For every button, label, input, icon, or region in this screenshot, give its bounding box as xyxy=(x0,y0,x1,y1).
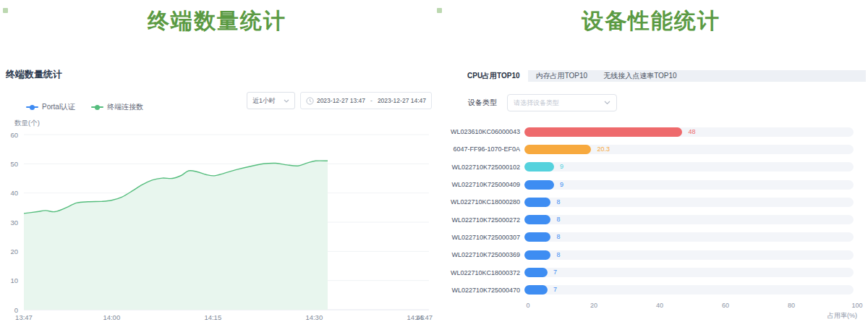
bar-row: WL022710K7250004707 xyxy=(434,282,868,299)
bar-value-label: 9 xyxy=(560,180,563,190)
bar-value-label: 48 xyxy=(688,127,695,137)
bar-track: 9 xyxy=(524,180,854,190)
date-range-separator: - xyxy=(370,97,373,104)
legend-marker-icon xyxy=(91,105,103,110)
bar-category-label: WL022710K725000369 xyxy=(434,251,524,258)
bar-fill[interactable] xyxy=(524,145,591,154)
chart-legend: Portal认证终端连接数 xyxy=(26,102,143,112)
clock-icon xyxy=(306,97,314,105)
bar-value-label: 8 xyxy=(556,198,560,207)
bar-fill[interactable] xyxy=(524,232,550,242)
bar-value-label: 9 xyxy=(560,162,563,172)
bar-fill[interactable] xyxy=(524,268,548,277)
date-range-end: 2023-12-27 14:47 xyxy=(378,97,426,104)
bar-category-label: 6047-FF96-1070-EF0A xyxy=(434,145,524,153)
bar-value-label: 7 xyxy=(553,268,557,277)
bar-fill[interactable] xyxy=(524,215,550,224)
svg-text:40: 40 xyxy=(10,189,18,197)
svg-text:30: 30 xyxy=(10,219,18,227)
bar-track: 7 xyxy=(524,268,854,277)
device-type-row: 设备类型 请选择设备类型 xyxy=(468,94,617,111)
bar-category-label: WL022710K725000409 xyxy=(434,181,524,188)
svg-text:60: 60 xyxy=(10,131,18,139)
device-type-placeholder: 请选择设备类型 xyxy=(514,98,559,108)
tab-1[interactable]: CPU占用TOP10 xyxy=(459,70,528,82)
svg-text:13:47: 13:47 xyxy=(15,313,33,321)
svg-text:14:15: 14:15 xyxy=(204,313,221,321)
legend-label: 终端连接数 xyxy=(107,102,143,112)
time-range-value: 近1小时 xyxy=(252,96,276,106)
time-range-select[interactable]: 近1小时 xyxy=(247,92,295,109)
bar-track: 8 xyxy=(524,250,854,260)
device-performance-title: 设备性能统计 xyxy=(434,7,868,36)
device-type-label: 设备类型 xyxy=(468,98,497,108)
device-performance-panel: 设备性能统计 CPU占用TOP10内存占用TOP10无线接入点速率TOP10 设… xyxy=(434,0,868,330)
bar-value-label: 8 xyxy=(556,215,560,224)
bar-category-label: WL022710K725000307 xyxy=(434,234,524,241)
legend-item[interactable]: 终端连接数 xyxy=(91,102,143,112)
bar-row: 6047-FF96-1070-EF0A20.3 xyxy=(434,140,868,158)
bar-row: WL022710KC180002808 xyxy=(434,193,868,211)
bar-track: 48 xyxy=(524,127,854,137)
svg-text:50: 50 xyxy=(10,160,18,168)
legend-label: Portal认证 xyxy=(42,102,75,112)
bar-category-label: WL022710K725000470 xyxy=(434,287,524,294)
bar-track: 8 xyxy=(524,215,854,224)
bar-row: WL022710KC180003727 xyxy=(434,263,868,281)
tab-bar: CPU占用TOP10内存占用TOP10无线接入点速率TOP10 xyxy=(459,70,866,82)
bar-rows: WL023610KC06000043486047-FF96-1070-EF0A2… xyxy=(434,123,868,299)
time-controls: 近1小时 2023-12-27 13:47 - 2023-12-27 14:47 xyxy=(247,92,432,109)
svg-text:20: 20 xyxy=(10,248,18,255)
svg-text:14:00: 14:00 xyxy=(103,313,120,321)
x-axis-tick: 60 xyxy=(722,302,729,309)
bar-category-label: WL022710K725000272 xyxy=(434,216,524,224)
bar-track: 8 xyxy=(524,232,854,242)
svg-text:10: 10 xyxy=(10,276,18,284)
bar-fill[interactable] xyxy=(524,285,548,295)
terminal-stats-title: 终端数量统计 xyxy=(0,7,434,36)
bar-x-axis: 020406080100 xyxy=(528,302,857,310)
bar-row: WL022710K7250001029 xyxy=(434,158,868,176)
tab-3[interactable]: 无线接入点速率TOP10 xyxy=(595,70,685,82)
bar-fill[interactable] xyxy=(524,162,554,172)
bar-value-label: 8 xyxy=(556,250,560,260)
svg-text:14:47: 14:47 xyxy=(415,313,433,321)
chevron-down-icon xyxy=(284,99,289,103)
device-type-select[interactable]: 请选择设备类型 xyxy=(507,94,617,111)
bar-fill[interactable] xyxy=(524,198,550,207)
bar-row: WL022710K7250003698 xyxy=(434,246,868,263)
x-axis-tick: 20 xyxy=(590,302,597,309)
svg-text:0: 0 xyxy=(14,306,18,314)
bar-category-label: WL022710K725000102 xyxy=(434,164,524,171)
x-axis-tick: 100 xyxy=(851,302,862,309)
x-axis-tick: 0 xyxy=(526,302,529,309)
svg-text:数量(个): 数量(个) xyxy=(14,119,40,127)
bar-fill[interactable] xyxy=(524,180,554,190)
bar-row: WL022710K7250002728 xyxy=(434,211,868,228)
bar-category-label: WL022710KC18000280 xyxy=(434,198,524,206)
bar-value-label: 20.3 xyxy=(597,145,610,154)
x-axis-tick: 40 xyxy=(656,302,663,309)
bar-category-label: WL022710KC18000372 xyxy=(434,269,524,276)
bar-track: 9 xyxy=(524,162,854,172)
legend-item[interactable]: Portal认证 xyxy=(26,102,75,112)
bar-track: 7 xyxy=(524,285,854,295)
legend-marker-icon xyxy=(26,105,38,110)
line-chart: 0102030405060数量(个)13:4714:0014:1514:3014… xyxy=(0,116,434,330)
chevron-down-icon xyxy=(604,101,610,105)
bar-row: WL023610KC0600004348 xyxy=(434,123,868,140)
x-axis-tick: 80 xyxy=(788,302,795,309)
bar-fill[interactable] xyxy=(524,250,550,260)
date-range-start: 2023-12-27 13:47 xyxy=(317,97,365,104)
bar-value-label: 8 xyxy=(556,232,560,242)
tab-2[interactable]: 内存占用TOP10 xyxy=(528,70,596,82)
dashboard-page: 终端数量统计 终端数量统计 近1小时 2023-12-27 13:47 - 20… xyxy=(0,0,868,330)
bar-fill[interactable] xyxy=(524,127,682,137)
terminal-stats-panel: 终端数量统计 终端数量统计 近1小时 2023-12-27 13:47 - 20… xyxy=(0,0,434,330)
bar-category-label: WL023610KC06000043 xyxy=(434,128,524,135)
bar-value-label: 7 xyxy=(553,285,557,295)
bar-track: 20.3 xyxy=(524,145,854,154)
bar-x-axis-label: 占用率(%) xyxy=(528,311,857,321)
bar-track: 8 xyxy=(524,198,854,207)
date-range-picker[interactable]: 2023-12-27 13:47 - 2023-12-27 14:47 xyxy=(300,92,432,109)
